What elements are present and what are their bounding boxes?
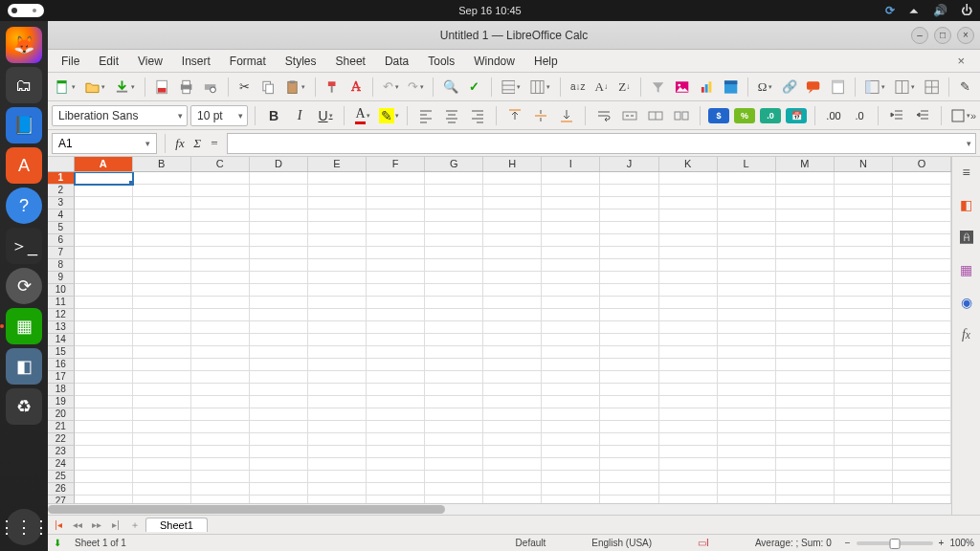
cell[interactable] — [425, 371, 483, 384]
cell[interactable] — [776, 371, 835, 384]
cell[interactable] — [425, 396, 483, 408]
menu-edit[interactable]: Edit — [89, 52, 128, 71]
cell[interactable] — [835, 408, 893, 421]
cell[interactable] — [308, 433, 367, 446]
cell[interactable] — [75, 259, 133, 272]
cell[interactable] — [659, 259, 718, 272]
add-sheet-icon[interactable]: ＋ — [126, 518, 144, 532]
cell[interactable] — [133, 421, 191, 433]
cell[interactable] — [191, 321, 250, 334]
cell[interactable] — [600, 359, 658, 371]
cell[interactable] — [308, 272, 367, 284]
dock-show-apps[interactable]: ⋮⋮⋮ — [6, 509, 42, 545]
cell[interactable] — [893, 408, 951, 421]
cell[interactable] — [367, 396, 425, 408]
cell[interactable] — [483, 247, 542, 259]
cell[interactable] — [367, 259, 425, 272]
cell[interactable] — [308, 346, 367, 359]
col-header-H[interactable]: H — [483, 157, 542, 171]
cell[interactable] — [659, 446, 718, 458]
cell[interactable] — [425, 483, 483, 496]
cell[interactable] — [191, 334, 250, 346]
cell[interactable] — [133, 259, 191, 272]
cell[interactable] — [133, 496, 191, 503]
zoom-in-icon[interactable]: + — [939, 538, 945, 548]
cell[interactable] — [776, 446, 835, 458]
row-header[interactable]: 24 — [48, 458, 75, 471]
cell[interactable] — [659, 384, 718, 396]
dock-files[interactable]: 🗂 — [6, 67, 42, 103]
cell[interactable] — [425, 359, 483, 371]
cell[interactable] — [893, 471, 951, 483]
col-header-L[interactable]: L — [718, 157, 776, 171]
cell[interactable] — [835, 458, 893, 471]
cell[interactable] — [600, 408, 658, 421]
cell[interactable] — [250, 384, 308, 396]
font-name-combo[interactable]: Liberation Sans▾ — [52, 105, 188, 126]
cell[interactable] — [367, 321, 425, 334]
cell[interactable] — [483, 334, 542, 346]
window-maximize-button[interactable]: □ — [934, 27, 951, 44]
menu-data[interactable]: Data — [375, 52, 418, 71]
row-header[interactable]: 13 — [48, 321, 75, 334]
cell[interactable] — [893, 259, 951, 272]
row-header[interactable]: 25 — [48, 471, 75, 483]
cell[interactable] — [835, 433, 893, 446]
cell[interactable] — [776, 284, 835, 297]
cell[interactable] — [308, 421, 367, 433]
cell[interactable] — [718, 359, 776, 371]
cell[interactable] — [659, 309, 718, 321]
freeze-button[interactable] — [861, 77, 889, 98]
clear-formatting-button[interactable]: A̶ — [345, 77, 367, 98]
row-header[interactable]: 17 — [48, 371, 75, 384]
cell[interactable] — [483, 396, 542, 408]
cell[interactable] — [75, 222, 133, 234]
cell[interactable] — [367, 446, 425, 458]
cell[interactable] — [367, 334, 425, 346]
row-header[interactable]: 9 — [48, 272, 75, 284]
insert-mode-icon[interactable]: ▭I — [692, 538, 715, 548]
cell[interactable] — [542, 259, 600, 272]
spreadsheet-grid[interactable]: ABCDEFGHIJKLMNO 123456789101112131415161… — [48, 157, 951, 515]
cell[interactable] — [483, 346, 542, 359]
cell[interactable] — [893, 234, 951, 247]
dock-help[interactable]: ? — [6, 187, 42, 224]
row-header[interactable]: 7 — [48, 247, 75, 259]
cell[interactable] — [659, 346, 718, 359]
sidebar-gallery-icon[interactable]: ▦ — [957, 260, 976, 279]
row-header[interactable]: 15 — [48, 346, 75, 359]
menu-insert[interactable]: Insert — [172, 52, 220, 71]
cell[interactable] — [250, 421, 308, 433]
cell[interactable] — [542, 334, 600, 346]
cell[interactable] — [600, 483, 658, 496]
cell[interactable] — [308, 446, 367, 458]
draw-functions-button[interactable]: ✎ — [955, 77, 976, 98]
cell[interactable] — [893, 247, 951, 259]
column-headers[interactable]: ABCDEFGHIJKLMNO — [48, 157, 951, 172]
cell[interactable] — [835, 284, 893, 297]
cell[interactable] — [718, 172, 776, 185]
row-header[interactable]: 2 — [48, 185, 75, 197]
cell[interactable] — [718, 234, 776, 247]
cell[interactable] — [191, 458, 250, 471]
row-header[interactable]: 12 — [48, 309, 75, 321]
cell[interactable] — [75, 396, 133, 408]
cell[interactable] — [600, 334, 658, 346]
cell[interactable] — [425, 272, 483, 284]
cell[interactable] — [776, 172, 835, 185]
cell[interactable] — [893, 371, 951, 384]
cell[interactable] — [718, 209, 776, 222]
cell[interactable] — [483, 172, 542, 185]
cell[interactable] — [483, 433, 542, 446]
cell[interactable] — [600, 172, 658, 185]
cell[interactable] — [367, 234, 425, 247]
cell[interactable] — [191, 421, 250, 433]
cell[interactable] — [308, 483, 367, 496]
cell[interactable] — [718, 446, 776, 458]
headers-footers-button[interactable] — [827, 77, 849, 98]
cell[interactable] — [425, 321, 483, 334]
cell[interactable] — [425, 384, 483, 396]
cell[interactable] — [718, 433, 776, 446]
cell[interactable] — [250, 321, 308, 334]
increase-indent-button[interactable] — [885, 105, 908, 126]
